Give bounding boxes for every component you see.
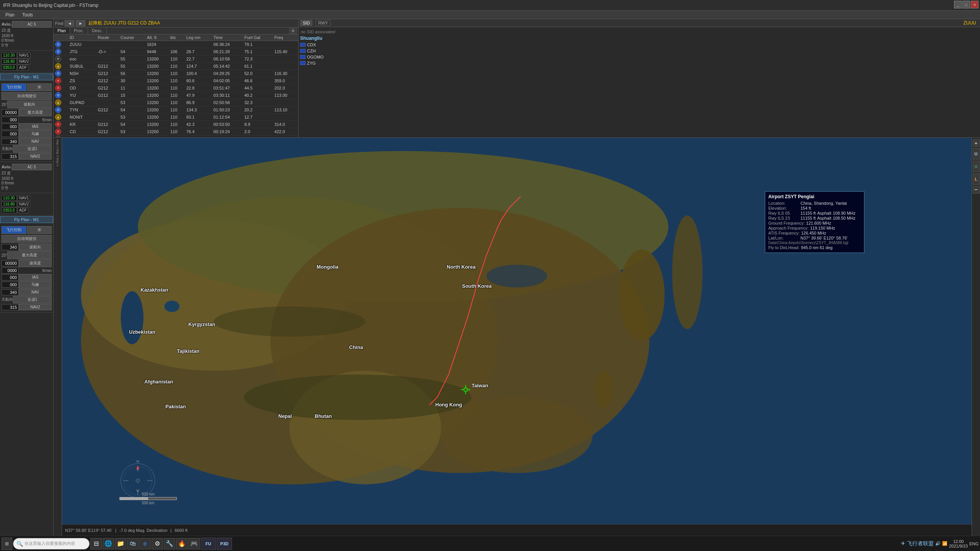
arrow-right-btn[interactable]: ► [76, 20, 85, 26]
map3-label[interactable]: Map 3 [56, 158, 59, 166]
map-area[interactable]: Map 1 Map 2 Map 3 + U ○ L − 13200 ft 110… [54, 138, 980, 536]
taskbar-explorer[interactable]: 📁 [115, 538, 126, 549]
something-btn-2[interactable]: 米 [27, 226, 52, 234]
cell-id: JTG [68, 48, 96, 55]
close-button[interactable]: ✕ [971, 1, 978, 8]
cell-id: ZUUU [68, 41, 96, 48]
ias2-btn[interactable]: IAS [19, 274, 52, 280]
map1-label[interactable]: Map 1 [56, 139, 59, 148]
cell-course: 91 [119, 135, 145, 138]
taskbar-app2[interactable]: 🔥 [176, 538, 188, 549]
flight-ctrl-btn-2[interactable]: 飞行控制 [2, 226, 26, 234]
tab-plan[interactable]: Plan [54, 28, 70, 34]
alt2-btn[interactable]: 拔高度 [19, 259, 52, 267]
nav-btn-1[interactable]: NAV [19, 138, 52, 145]
table-row[interactable]: ✈ bod 91 13200 110 1.8 00:18:35 1.9 [54, 135, 298, 138]
nav3-btn[interactable]: NAV [19, 289, 52, 295]
ias-btn-1[interactable]: IAS [19, 123, 52, 130]
cell-freq: 115.40 [273, 48, 298, 55]
table-row[interactable]: ▲ NONIT 53 13200 110 83.1 01:12:54 12.7 [54, 114, 298, 121]
maxalt-btn-2[interactable]: 最大高度 [7, 251, 52, 259]
zoom-out-btn[interactable]: − [973, 186, 980, 194]
vnav-btn-1[interactable]: 近进1 [13, 145, 52, 153]
table-row[interactable]: ✕ ZS G212 30 13200 110 60.6 04:02:05 46.… [54, 77, 298, 85]
sid-tab[interactable]: SID [300, 20, 312, 26]
nav1-freq-2[interactable]: 110.30 [2, 195, 17, 201]
fp-icon-btn-1[interactable]: ⚙ [289, 28, 297, 34]
mach-btn-1[interactable]: 马赫 [19, 130, 52, 138]
taskbar-settings[interactable]: ⚙ [152, 538, 163, 549]
rwy-tab[interactable]: RWY [315, 20, 330, 26]
avio-label-2: Avio. [2, 165, 12, 169]
taskbar-edge[interactable]: 🌐 [103, 538, 114, 549]
something-btn-1[interactable]: 米 [27, 83, 52, 91]
maximize-button[interactable]: □ [962, 1, 970, 8]
ftmin-label-1: 0 ft/min [2, 38, 14, 42]
search-placeholder[interactable]: 在这里输入你要搜索的内容 [24, 541, 75, 546]
taskbar-app1[interactable]: 🔧 [164, 538, 175, 549]
taskbar-app3[interactable]: 🎮 [188, 538, 200, 549]
ac5-btn-1[interactable]: AC 5 [12, 21, 52, 28]
nav1-freq-1[interactable]: 110.30 [2, 52, 17, 58]
table-row[interactable]: ⚙ JTG -D-> 54 9448 106 28.7 06:21:28 75.… [54, 48, 298, 55]
table-row[interactable]: ⚙ YIJ G212 15 13200 110 47.9 03:30:11 40… [54, 92, 298, 99]
cell-route: G212 [96, 70, 119, 77]
map-separator-1: | [115, 528, 116, 533]
start-button[interactable]: ⊞ [2, 538, 12, 550]
table-row[interactable]: ⚙ TYN G212 54 13200 110 134.3 01:50:23 2… [54, 106, 298, 114]
cell-route [96, 55, 119, 63]
zoom-in-btn[interactable]: + [973, 139, 980, 147]
nav2-freq-1[interactable]: 116.80 [2, 59, 17, 64]
table-row[interactable]: ▲ SUBUL G212 55 13200 110 124.7 05:14:42… [54, 63, 298, 70]
popup-latlon-val: N37° 39.66' E120° 58.76' [800, 236, 848, 240]
map2-label[interactable]: Map 2 [56, 148, 59, 157]
fly-plan-btn-2[interactable]: Fly Plan - M1 [0, 216, 53, 223]
map-circle-btn[interactable]: ○ [973, 161, 980, 172]
map-canvas[interactable]: N Kazakhstan Uzbekistan Kyrgyzstan Tajik… [62, 138, 972, 524]
taskbar-network[interactable]: 📶 [942, 541, 947, 546]
menu-plan[interactable]: Plan [2, 11, 18, 18]
row-type-icon: ⚙ [55, 49, 61, 55]
heading-btn-2[interactable]: 拔航向 [19, 243, 52, 251]
nav2-freq-2[interactable]: 116.80 [2, 201, 17, 207]
map-u-btn[interactable]: U [973, 148, 980, 160]
table-row[interactable]: ⚙ NSH G212 56 13200 110 100.4 04:29:25 5… [54, 70, 298, 77]
table-row[interactable]: ✕ OD G212 11 13200 110 22.8 03:51:47 44.… [54, 85, 298, 92]
fp-table-wrap[interactable]: ID Route Course Alt. ft kts Leg nm Time … [54, 34, 298, 137]
nav4-btn[interactable]: NAV2 [19, 304, 52, 310]
table-row[interactable]: ▲ GUPAD 53 13200 110 86.9 02:50:58 32.3 [54, 99, 298, 106]
vnav2-btn[interactable]: 近进1 [13, 296, 52, 303]
ac5-btn-2[interactable]: AC 5 [12, 164, 52, 170]
mach2-btn[interactable]: 马赫 [19, 281, 52, 289]
popup-ground-val: 121.600 MHz [806, 221, 831, 225]
map-l-btn[interactable]: L [973, 173, 980, 185]
auto-nav-btn-1[interactable]: 自动驾驶仪 [2, 92, 52, 100]
table-row[interactable]: ✕ KR G212 54 13200 110 42.3 00:53:50 8.9… [54, 121, 298, 128]
cell-alt: 13200 [145, 106, 169, 114]
taskbar-ie[interactable]: e [139, 538, 151, 549]
table-row[interactable]: ✕ CD G212 53 13200 110 76.4 00:19:24 2.0… [54, 128, 298, 135]
table-row[interactable]: ✈ eoc 55 13200 110 22.7 06:10:58 72.3 [54, 55, 298, 63]
fly-plan-btn-1[interactable]: Fly Plan - M1 [0, 73, 53, 80]
taskbar-lang[interactable]: ENG [969, 541, 978, 546]
auto-nav-btn-2[interactable]: 自动驾驶仪 [2, 235, 52, 243]
taskbar-task-view[interactable]: ⊟ [90, 538, 102, 549]
taskbar-search[interactable]: 🔍 在这里输入你要搜索的内容 [13, 538, 90, 549]
maxalt-btn-1[interactable]: 最大高度 [19, 109, 52, 116]
adf-freq-1[interactable]: 0353.0 [2, 65, 17, 70]
taskbar-store[interactable]: 🛍 [127, 538, 139, 549]
taskbar-p3d-app[interactable]: P3D [217, 538, 232, 550]
nav2-btn-1[interactable]: NAV2 [19, 153, 52, 160]
taskbar-fu-app[interactable]: FU [201, 538, 216, 550]
taskbar-volume[interactable]: 🔊 [935, 541, 941, 546]
scale-500km: 500 km [119, 501, 177, 505]
tab-desc[interactable]: Desc. [88, 28, 107, 34]
flight-ctrl-btn-1[interactable]: 飞行控制 [2, 83, 26, 91]
menu-tools[interactable]: Tools [18, 11, 37, 18]
arrow-left-btn[interactable]: ◄ [65, 20, 74, 26]
table-row[interactable]: ⚙ ZUUU 1624 06:36:24 79.1 [54, 41, 298, 48]
adf-freq-2[interactable]: 0353.0 [2, 207, 17, 213]
heading-btn-1[interactable]: 拔航向 [7, 101, 52, 108]
tab-proc[interactable]: Proc. [70, 28, 88, 34]
minimize-button[interactable]: _ [954, 1, 962, 8]
